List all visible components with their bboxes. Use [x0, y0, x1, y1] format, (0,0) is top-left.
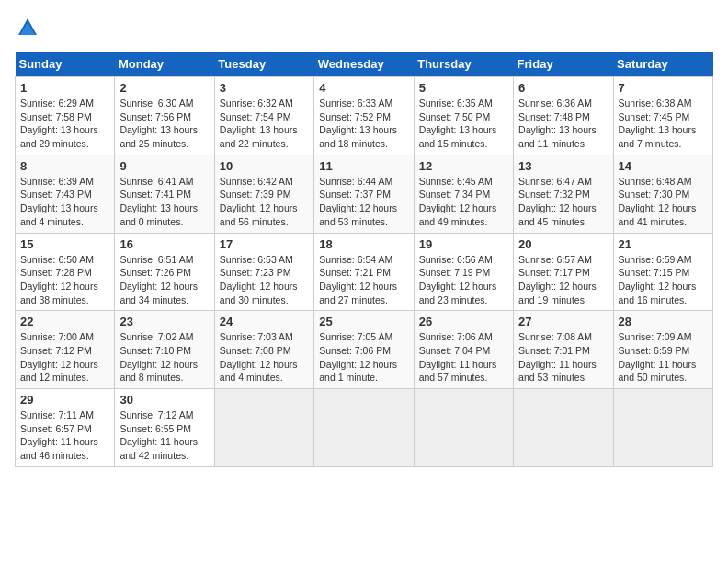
day-info: Sunrise: 6:29 AM Sunset: 7:58 PM Dayligh…	[20, 97, 109, 151]
day-number: 29	[20, 393, 109, 407]
day-number: 10	[220, 159, 309, 173]
day-number: 5	[419, 81, 508, 95]
day-number: 9	[119, 159, 209, 173]
calendar-day-cell: 26 Sunrise: 7:06 AM Sunset: 7:04 PM Dayl…	[414, 311, 513, 389]
calendar-day-cell: 11 Sunrise: 6:44 AM Sunset: 7:37 PM Dayl…	[314, 155, 414, 233]
calendar-day-cell: 28 Sunrise: 7:09 AM Sunset: 6:59 PM Dayl…	[613, 311, 712, 389]
day-info: Sunrise: 7:12 AM Sunset: 6:55 PM Dayligh…	[119, 408, 209, 463]
calendar-day-cell: 15 Sunrise: 6:50 AM Sunset: 7:28 PM Dayl…	[16, 233, 115, 311]
calendar-day-cell: 6 Sunrise: 6:36 AM Sunset: 7:48 PM Dayli…	[514, 77, 613, 155]
calendar-week-row: 1 Sunrise: 6:29 AM Sunset: 7:58 PM Dayli…	[16, 77, 713, 155]
day-info: Sunrise: 7:02 AM Sunset: 7:10 PM Dayligh…	[119, 330, 209, 385]
day-number: 18	[319, 237, 408, 251]
calendar-day-cell: 5 Sunrise: 6:35 AM Sunset: 7:50 PM Dayli…	[414, 77, 513, 155]
day-number: 28	[619, 315, 708, 328]
day-number: 8	[20, 159, 109, 173]
day-info: Sunrise: 6:51 AM Sunset: 7:26 PM Dayligh…	[119, 253, 209, 307]
weekday-header-row: SundayMondayTuesdayWednesdayThursdayFrid…	[16, 52, 713, 77]
day-info: Sunrise: 6:56 AM Sunset: 7:19 PM Dayligh…	[419, 253, 508, 307]
day-info: Sunrise: 7:06 AM Sunset: 7:04 PM Dayligh…	[419, 330, 508, 385]
calendar-day-cell	[214, 389, 313, 467]
day-number: 22	[20, 315, 109, 328]
calendar-day-cell: 21 Sunrise: 6:59 AM Sunset: 7:15 PM Dayl…	[613, 233, 712, 311]
calendar-day-cell: 14 Sunrise: 6:48 AM Sunset: 7:30 PM Dayl…	[613, 155, 712, 233]
calendar-day-cell: 17 Sunrise: 6:53 AM Sunset: 7:23 PM Dayl…	[214, 233, 313, 311]
day-number: 26	[419, 315, 508, 328]
calendar-week-row: 15 Sunrise: 6:50 AM Sunset: 7:28 PM Dayl…	[16, 233, 713, 311]
calendar-day-cell	[414, 389, 513, 467]
calendar-day-cell: 18 Sunrise: 6:54 AM Sunset: 7:21 PM Dayl…	[314, 233, 414, 311]
calendar-table: SundayMondayTuesdayWednesdayThursdayFrid…	[15, 52, 713, 467]
day-info: Sunrise: 7:09 AM Sunset: 6:59 PM Dayligh…	[619, 330, 708, 385]
calendar-week-row: 29 Sunrise: 7:11 AM Sunset: 6:57 PM Dayl…	[16, 389, 713, 467]
weekday-header: Friday	[514, 52, 613, 77]
day-number: 20	[518, 237, 608, 251]
day-info: Sunrise: 6:36 AM Sunset: 7:48 PM Dayligh…	[518, 97, 608, 151]
day-info: Sunrise: 7:00 AM Sunset: 7:12 PM Dayligh…	[20, 330, 109, 385]
page-header	[15, 15, 713, 40]
calendar-day-cell: 2 Sunrise: 6:30 AM Sunset: 7:56 PM Dayli…	[115, 77, 214, 155]
day-number: 24	[220, 315, 309, 328]
calendar-day-cell: 7 Sunrise: 6:38 AM Sunset: 7:45 PM Dayli…	[613, 77, 712, 155]
weekday-header: Sunday	[16, 52, 115, 77]
calendar-day-cell: 10 Sunrise: 6:42 AM Sunset: 7:39 PM Dayl…	[214, 155, 313, 233]
day-info: Sunrise: 7:03 AM Sunset: 7:08 PM Dayligh…	[220, 330, 309, 385]
calendar-day-cell: 9 Sunrise: 6:41 AM Sunset: 7:41 PM Dayli…	[115, 155, 214, 233]
calendar-day-cell: 24 Sunrise: 7:03 AM Sunset: 7:08 PM Dayl…	[214, 311, 313, 389]
day-info: Sunrise: 6:47 AM Sunset: 7:32 PM Dayligh…	[518, 175, 608, 229]
day-number: 19	[419, 237, 508, 251]
day-info: Sunrise: 6:32 AM Sunset: 7:54 PM Dayligh…	[220, 97, 309, 151]
day-info: Sunrise: 6:39 AM Sunset: 7:43 PM Dayligh…	[20, 175, 109, 229]
calendar-day-cell: 13 Sunrise: 6:47 AM Sunset: 7:32 PM Dayl…	[514, 155, 613, 233]
day-number: 17	[220, 237, 309, 251]
calendar-day-cell: 16 Sunrise: 6:51 AM Sunset: 7:26 PM Dayl…	[115, 233, 214, 311]
logo-icon	[15, 15, 40, 40]
day-number: 21	[619, 237, 708, 251]
calendar-day-cell: 23 Sunrise: 7:02 AM Sunset: 7:10 PM Dayl…	[115, 311, 214, 389]
day-info: Sunrise: 6:48 AM Sunset: 7:30 PM Dayligh…	[619, 175, 708, 229]
calendar-day-cell: 12 Sunrise: 6:45 AM Sunset: 7:34 PM Dayl…	[414, 155, 513, 233]
day-info: Sunrise: 6:59 AM Sunset: 7:15 PM Dayligh…	[619, 253, 708, 307]
day-info: Sunrise: 7:11 AM Sunset: 6:57 PM Dayligh…	[20, 408, 109, 463]
day-info: Sunrise: 6:38 AM Sunset: 7:45 PM Dayligh…	[619, 97, 708, 151]
day-number: 12	[419, 159, 508, 173]
day-info: Sunrise: 7:05 AM Sunset: 7:06 PM Dayligh…	[319, 330, 408, 385]
day-info: Sunrise: 6:53 AM Sunset: 7:23 PM Dayligh…	[220, 253, 309, 307]
calendar-day-cell: 8 Sunrise: 6:39 AM Sunset: 7:43 PM Dayli…	[16, 155, 115, 233]
day-number: 15	[20, 237, 109, 251]
logo	[15, 15, 44, 40]
day-info: Sunrise: 6:44 AM Sunset: 7:37 PM Dayligh…	[319, 175, 408, 229]
weekday-header: Saturday	[613, 52, 712, 77]
day-info: Sunrise: 6:57 AM Sunset: 7:17 PM Dayligh…	[518, 253, 608, 307]
day-info: Sunrise: 6:54 AM Sunset: 7:21 PM Dayligh…	[319, 253, 408, 307]
calendar-day-cell: 20 Sunrise: 6:57 AM Sunset: 7:17 PM Dayl…	[514, 233, 613, 311]
weekday-header: Tuesday	[214, 52, 313, 77]
day-info: Sunrise: 6:35 AM Sunset: 7:50 PM Dayligh…	[419, 97, 508, 151]
calendar-week-row: 8 Sunrise: 6:39 AM Sunset: 7:43 PM Dayli…	[16, 155, 713, 233]
day-number: 27	[518, 315, 608, 328]
day-number: 14	[619, 159, 708, 173]
day-info: Sunrise: 6:41 AM Sunset: 7:41 PM Dayligh…	[119, 175, 209, 229]
day-info: Sunrise: 6:42 AM Sunset: 7:39 PM Dayligh…	[220, 175, 309, 229]
day-info: Sunrise: 7:08 AM Sunset: 7:01 PM Dayligh…	[518, 330, 608, 385]
weekday-header: Thursday	[414, 52, 513, 77]
calendar-day-cell: 22 Sunrise: 7:00 AM Sunset: 7:12 PM Dayl…	[16, 311, 115, 389]
calendar-day-cell: 3 Sunrise: 6:32 AM Sunset: 7:54 PM Dayli…	[214, 77, 313, 155]
day-number: 4	[319, 81, 408, 95]
calendar-day-cell	[613, 389, 712, 467]
day-number: 25	[319, 315, 408, 328]
calendar-day-cell: 30 Sunrise: 7:12 AM Sunset: 6:55 PM Dayl…	[115, 389, 214, 467]
day-number: 11	[319, 159, 408, 173]
calendar-day-cell: 19 Sunrise: 6:56 AM Sunset: 7:19 PM Dayl…	[414, 233, 513, 311]
calendar-day-cell: 27 Sunrise: 7:08 AM Sunset: 7:01 PM Dayl…	[514, 311, 613, 389]
calendar-day-cell: 29 Sunrise: 7:11 AM Sunset: 6:57 PM Dayl…	[16, 389, 115, 467]
calendar-day-cell	[314, 389, 414, 467]
day-info: Sunrise: 6:50 AM Sunset: 7:28 PM Dayligh…	[20, 253, 109, 307]
weekday-header: Wednesday	[314, 52, 414, 77]
day-number: 30	[119, 393, 209, 407]
calendar-day-cell: 25 Sunrise: 7:05 AM Sunset: 7:06 PM Dayl…	[314, 311, 414, 389]
day-number: 6	[518, 81, 608, 95]
calendar-day-cell: 4 Sunrise: 6:33 AM Sunset: 7:52 PM Dayli…	[314, 77, 414, 155]
day-number: 13	[518, 159, 608, 173]
day-number: 7	[619, 81, 708, 95]
